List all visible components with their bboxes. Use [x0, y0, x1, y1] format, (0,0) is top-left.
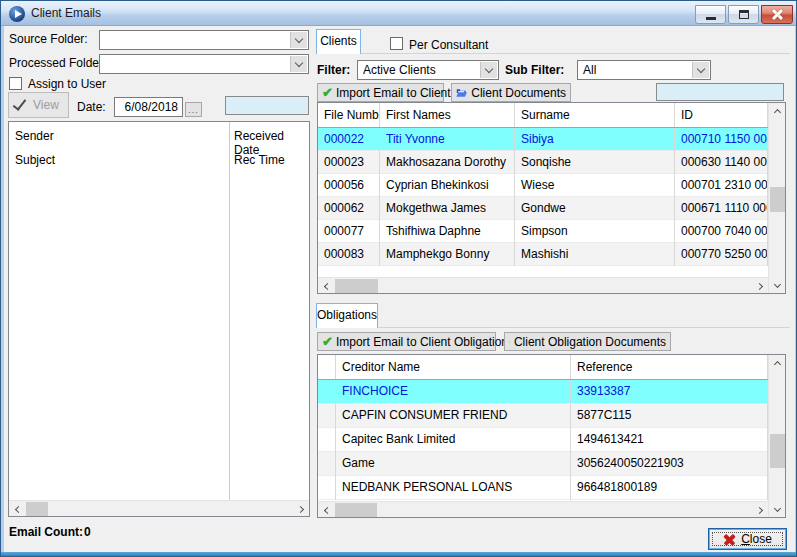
column-header[interactable] — [318, 355, 336, 379]
table-cell[interactable]: 1494613421 — [571, 428, 768, 452]
column-header[interactable]: ID — [675, 103, 768, 127]
table-cell[interactable] — [318, 428, 336, 452]
column-header[interactable]: Surname — [515, 103, 675, 127]
table-cell[interactable]: 966481800189 — [571, 476, 768, 500]
tab-obligations[interactable]: Obligations — [316, 303, 378, 328]
table-row[interactable]: 000056Cyprian BhekinkosiWiese000701 2310… — [318, 174, 768, 197]
table-cell[interactable]: 000062 — [318, 197, 380, 220]
scrollbar-thumb[interactable] — [770, 187, 785, 212]
client-documents-button[interactable]: Client Documents — [451, 83, 571, 102]
obligations-table-vertical-scrollbar[interactable] — [768, 355, 785, 517]
table-cell[interactable]: Makhosazana Dorothy — [380, 151, 515, 174]
table-row[interactable]: CAPFIN CONSUMER FRIEND5877C115 — [318, 404, 768, 428]
table-cell[interactable]: 000056 — [318, 174, 380, 197]
scrollbar-thumb[interactable] — [335, 279, 378, 293]
per-consultant-checkbox[interactable] — [390, 37, 403, 50]
clients-table-horizontal-scrollbar[interactable] — [318, 277, 768, 293]
table-cell[interactable] — [318, 404, 336, 428]
table-cell[interactable]: Sonqishe — [515, 151, 675, 174]
scroll-right-arrow[interactable] — [293, 501, 309, 517]
scroll-right-arrow[interactable] — [752, 278, 768, 294]
table-cell[interactable]: CAPFIN CONSUMER FRIEND — [336, 404, 571, 428]
table-cell[interactable]: NEDBANK PERSONAL LOANS — [336, 476, 571, 500]
table-cell[interactable]: Simpson — [515, 220, 675, 243]
scroll-up-arrow[interactable] — [769, 103, 785, 119]
column-header[interactable]: File Number — [318, 103, 380, 127]
scroll-down-arrow[interactable] — [769, 277, 785, 293]
table-row[interactable]: FINCHOICE33913387 — [318, 380, 768, 404]
scrollbar-thumb[interactable] — [335, 503, 377, 517]
table-cell[interactable]: Mamphekgo Bonny — [380, 243, 515, 266]
table-row[interactable]: NEDBANK PERSONAL LOANS966481800189 — [318, 476, 768, 500]
import-email-to-client-obligation-button[interactable]: ✔ Import Email to Client Obligation — [317, 332, 496, 351]
chevron-down-icon[interactable] — [480, 62, 497, 78]
client-obligation-documents-button[interactable]: Client Obligation Documents — [504, 332, 671, 351]
table-cell[interactable]: Game — [336, 452, 571, 476]
obligations-table[interactable]: Creditor NameReferenceFINCHOICE33913387C… — [317, 354, 786, 518]
date-browse-button[interactable]: ... — [185, 102, 202, 117]
table-cell[interactable]: Mashishi — [515, 243, 675, 266]
table-cell[interactable]: 33913387 — [571, 380, 768, 404]
sub-filter-combobox[interactable]: All — [577, 60, 711, 80]
table-cell[interactable]: 000023 — [318, 151, 380, 174]
table-cell[interactable] — [318, 380, 336, 404]
processed-folder-combobox[interactable] — [99, 54, 309, 74]
table-cell[interactable]: Gondwe — [515, 197, 675, 220]
table-cell[interactable]: Titi Yvonne — [380, 128, 515, 151]
clients-table[interactable]: File NumberFirst NamesSurnameID000022Tit… — [317, 102, 786, 294]
scrollbar-thumb[interactable] — [26, 502, 48, 516]
minimize-button[interactable] — [695, 5, 726, 24]
table-row[interactable]: 000077Tshifhiwa DaphneSimpson000700 7040… — [318, 220, 768, 243]
table-cell[interactable]: 000701 2310 006 — [675, 174, 768, 197]
table-cell[interactable]: 000630 1140 002 — [675, 151, 768, 174]
email-highlight-field[interactable] — [225, 96, 309, 115]
chevron-down-icon[interactable] — [290, 56, 307, 72]
scroll-up-arrow[interactable] — [769, 355, 785, 371]
table-row[interactable]: 000022Titi YvonneSibiya000710 1150 002 — [318, 128, 768, 151]
table-row[interactable]: 000083Mamphekgo BonnyMashishi000770 5250… — [318, 243, 768, 266]
scroll-right-arrow[interactable] — [752, 502, 768, 518]
table-cell[interactable]: FINCHOICE — [336, 380, 571, 404]
table-cell[interactable]: 3056240050221903 — [571, 452, 768, 476]
table-cell[interactable]: 000671 1110 006 — [675, 197, 768, 220]
table-cell[interactable]: Cyprian Bhekinkosi — [380, 174, 515, 197]
source-folder-combobox[interactable] — [99, 30, 309, 50]
import-email-to-client-button[interactable]: ✔ Import Email to Client — [317, 83, 444, 102]
maximize-button[interactable] — [728, 5, 759, 24]
obligations-table-horizontal-scrollbar[interactable] — [318, 501, 768, 517]
scroll-left-arrow[interactable] — [9, 501, 25, 517]
assign-to-user-checkbox[interactable] — [9, 77, 22, 90]
table-cell[interactable]: 000710 1150 002 — [675, 128, 768, 151]
client-search-field[interactable] — [656, 83, 784, 101]
table-cell[interactable]: Wiese — [515, 174, 675, 197]
table-row[interactable]: Game3056240050221903 — [318, 452, 768, 476]
table-cell[interactable] — [318, 452, 336, 476]
table-cell[interactable]: Mokgethwa James — [380, 197, 515, 220]
scroll-left-arrow[interactable] — [318, 502, 334, 518]
column-header[interactable]: Creditor Name — [336, 355, 571, 379]
column-header[interactable]: First Names — [380, 103, 515, 127]
chevron-down-icon[interactable] — [692, 62, 709, 78]
filter-combobox[interactable]: Active Clients — [357, 60, 499, 80]
table-row[interactable]: 000023Makhosazana DorothySonqishe000630 … — [318, 151, 768, 174]
email-list[interactable]: Sender Subject Received Date Rec Time — [8, 121, 310, 517]
email-list-horizontal-scrollbar[interactable] — [9, 500, 309, 516]
table-row[interactable]: Capitec Bank Limited1494613421 — [318, 428, 768, 452]
tab-clients[interactable]: Clients — [316, 29, 361, 54]
clients-table-vertical-scrollbar[interactable] — [768, 103, 785, 293]
chevron-down-icon[interactable] — [290, 32, 307, 48]
close-button[interactable]: Close — [708, 528, 787, 550]
table-cell[interactable]: Capitec Bank Limited — [336, 428, 571, 452]
table-cell[interactable]: Sibiya — [515, 128, 675, 151]
view-button[interactable]: View — [8, 92, 69, 118]
table-cell[interactable]: 000700 7040 008 — [675, 220, 768, 243]
table-cell[interactable]: 000022 — [318, 128, 380, 151]
table-row[interactable]: 000062Mokgethwa JamesGondwe000671 1110 0… — [318, 197, 768, 220]
date-input[interactable] — [114, 97, 183, 117]
scrollbar-thumb[interactable] — [770, 434, 785, 468]
table-cell[interactable] — [318, 476, 336, 500]
table-cell[interactable]: 000083 — [318, 243, 380, 266]
scroll-left-arrow[interactable] — [318, 278, 334, 294]
table-cell[interactable]: 5877C115 — [571, 404, 768, 428]
table-cell[interactable]: 000770 5250 009 — [675, 243, 768, 266]
